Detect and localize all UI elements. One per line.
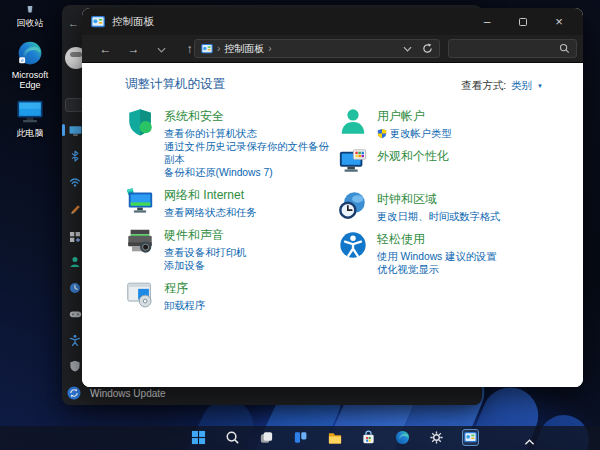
sidebar-item-apps[interactable] xyxy=(68,230,82,244)
chevron-up-icon xyxy=(524,438,535,446)
control-panel-icon xyxy=(464,432,477,443)
category-title[interactable]: 轻松使用 xyxy=(377,231,497,248)
sidebar-item-time-language[interactable] xyxy=(68,281,82,295)
recent-pages-button[interactable] xyxy=(154,42,169,56)
task-link[interactable]: 更改帐户类型 xyxy=(377,127,452,140)
edge-button[interactable] xyxy=(394,429,411,446)
task-link[interactable]: 查看设备和打印机 xyxy=(164,246,246,259)
category-column-left: 系统和安全 查看你的计算机状态 通过文件历史记录保存你的文件备份副本 备份和还原… xyxy=(125,107,338,319)
control-panel-taskbar-button[interactable] xyxy=(462,429,479,446)
task-link[interactable]: 备份和还原(Windows 7) xyxy=(164,166,338,179)
svg-text:e: e xyxy=(21,57,24,63)
task-link[interactable]: 使用 Windows 建议的设置 xyxy=(377,250,497,263)
sidebar-item-gaming[interactable] xyxy=(68,307,82,321)
clock-icon xyxy=(69,282,81,294)
settings-back-icon[interactable]: ← xyxy=(68,17,79,29)
microsoft-store-button[interactable] xyxy=(360,429,377,446)
hardware-sound-icon[interactable] xyxy=(125,226,155,256)
recycle-bin-icon xyxy=(22,6,38,13)
close-button[interactable]: × xyxy=(541,8,577,35)
category-appearance-personalization: 外观和个性化 xyxy=(338,147,569,177)
task-link[interactable]: 更改日期、时间或数字格式 xyxy=(377,210,501,223)
edge-icon xyxy=(395,430,410,445)
user-accounts-icon[interactable] xyxy=(338,107,368,137)
sidebar-item-windows-update[interactable]: Windows Update xyxy=(67,386,166,400)
sidebar-item-system[interactable] xyxy=(68,123,82,137)
desktop-icon-this-pc[interactable]: 此电脑 xyxy=(4,100,56,138)
widgets-button[interactable] xyxy=(292,429,309,446)
view-by-label: 查看方式: xyxy=(461,79,506,93)
desktop-icon-label: 此电脑 xyxy=(4,128,56,138)
category-programs: 程序 卸载程序 xyxy=(125,279,338,312)
view-by-value[interactable]: 类别 xyxy=(511,79,532,93)
desktop-icon-label: 回收站 xyxy=(4,18,56,28)
sidebar-item-personalization[interactable] xyxy=(68,201,82,215)
task-view-button[interactable] xyxy=(258,429,275,446)
task-link-label: 更改帐户类型 xyxy=(390,127,452,140)
address-dropdown-icon[interactable] xyxy=(403,46,412,52)
programs-icon[interactable] xyxy=(125,279,155,309)
task-link[interactable]: 查看网络状态和任务 xyxy=(164,206,257,219)
view-by-caret-icon[interactable]: ▼ xyxy=(537,83,543,89)
page-title: 调整计算机的设置 xyxy=(125,76,225,93)
wifi-icon xyxy=(69,176,81,188)
search-button[interactable] xyxy=(224,429,241,446)
settings-button[interactable] xyxy=(428,429,445,446)
file-explorer-button[interactable] xyxy=(326,429,343,446)
search-icon xyxy=(225,430,240,445)
window-title: 控制面板 xyxy=(112,15,154,29)
control-panel-window: 控制面板 – × ← → ↑ › 控制面板 › xyxy=(82,8,583,387)
ease-of-access-icon[interactable] xyxy=(338,230,368,260)
system-icon xyxy=(69,124,82,137)
control-panel-icon xyxy=(201,44,213,54)
category-title[interactable]: 系统和安全 xyxy=(164,108,338,125)
category-title[interactable]: 用户帐户 xyxy=(377,108,452,125)
view-by: 查看方式: 类别 ▼ xyxy=(461,79,543,93)
sidebar-item-accounts[interactable] xyxy=(68,255,82,269)
refresh-icon[interactable] xyxy=(422,43,433,54)
windows-update-icon xyxy=(67,386,81,400)
search-icon xyxy=(559,43,570,54)
desktop-icon-edge[interactable]: e Microsoft Edge xyxy=(4,40,56,91)
gamepad-icon xyxy=(69,308,82,320)
task-link[interactable]: 通过文件历史记录保存你的文件备份副本 xyxy=(164,140,338,166)
task-link[interactable]: 添加设备 xyxy=(164,259,246,272)
desktop-icon-label: Microsoft Edge xyxy=(4,70,56,91)
task-link[interactable]: 查看你的计算机状态 xyxy=(164,127,338,140)
pen-icon xyxy=(69,202,81,214)
start-button[interactable] xyxy=(190,429,207,446)
task-view-icon xyxy=(259,430,274,445)
breadcrumb-item-control-panel[interactable]: 控制面板 xyxy=(224,42,264,56)
back-button[interactable]: ← xyxy=(98,42,113,56)
category-system-security: 系统和安全 查看你的计算机状态 通过文件历史记录保存你的文件备份副本 备份和还原… xyxy=(125,107,338,179)
clock-region-icon[interactable] xyxy=(338,190,368,220)
category-title[interactable]: 程序 xyxy=(164,280,205,297)
address-bar[interactable]: › 控制面板 › xyxy=(194,39,440,58)
desktop-icon-recycle-bin[interactable]: 回收站 xyxy=(4,0,56,28)
sidebar-item-privacy[interactable] xyxy=(68,359,82,373)
appearance-personalization-icon[interactable] xyxy=(338,147,368,177)
search-box[interactable] xyxy=(448,39,577,58)
forward-button[interactable]: → xyxy=(126,42,141,56)
search-input[interactable] xyxy=(455,42,555,55)
task-link[interactable]: 卸载程序 xyxy=(164,299,205,312)
system-security-icon[interactable] xyxy=(125,107,155,137)
category-title[interactable]: 网络和 Internet xyxy=(164,187,257,204)
control-panel-icon xyxy=(91,16,105,28)
maximize-button[interactable] xyxy=(505,8,541,35)
shield-icon xyxy=(69,360,81,372)
category-title[interactable]: 硬件和声音 xyxy=(164,227,246,244)
sidebar-item-network[interactable] xyxy=(68,175,82,189)
sidebar-item-bluetooth[interactable] xyxy=(68,149,82,163)
sidebar-item-accessibility[interactable] xyxy=(68,333,82,347)
minimize-button[interactable]: – xyxy=(469,8,505,35)
task-link[interactable]: 优化视觉显示 xyxy=(377,263,497,276)
show-hidden-icons-button[interactable] xyxy=(524,432,535,450)
breadcrumb-separator: › xyxy=(217,43,220,54)
navigation-bar: ← → ↑ › 控制面板 › xyxy=(82,35,583,63)
category-title[interactable]: 时钟和区域 xyxy=(377,191,501,208)
network-internet-icon[interactable] xyxy=(125,186,155,216)
category-clock-region: 时钟和区域 更改日期、时间或数字格式 xyxy=(338,190,569,223)
category-title[interactable]: 外观和个性化 xyxy=(377,148,449,165)
widgets-icon xyxy=(293,430,308,445)
